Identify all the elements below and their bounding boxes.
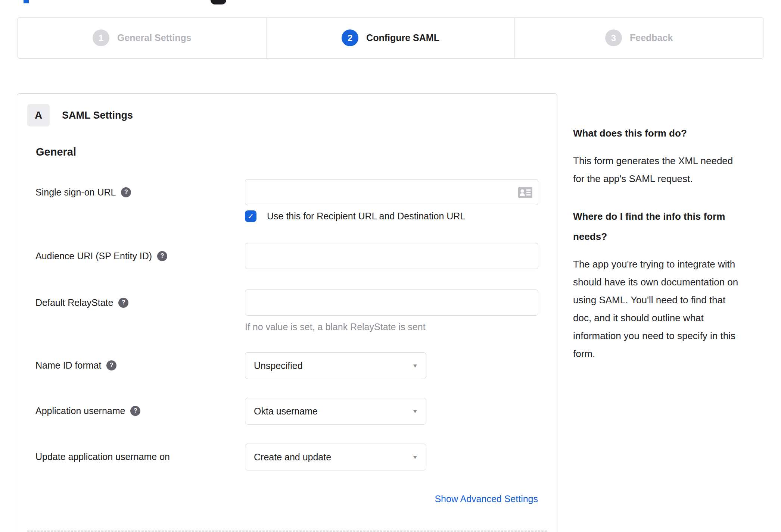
recipient-url-checkbox[interactable]: ✓ [245, 210, 256, 222]
general-heading: General [36, 146, 547, 158]
step-configure-saml[interactable]: 2 Configure SAML [266, 18, 515, 58]
field-row-app-username: Application username ? Okta username ▼ [35, 398, 547, 425]
advanced-settings-row: Show Advanced Settings [35, 494, 547, 504]
field-control-col: ✓ Use this for Recipient URL and Destina… [245, 179, 538, 222]
sidebar-block-what: What does this form do? This form genera… [573, 123, 775, 188]
chevron-down-icon: ▼ [412, 408, 418, 414]
help-icon[interactable]: ? [118, 298, 128, 308]
field-label: Single sign-on URL [35, 187, 116, 198]
field-row-sso-url: Single sign-on URL ? [35, 179, 547, 222]
saml-settings-panel: A SAML Settings General Single sign-on U… [17, 93, 557, 532]
help-icon[interactable]: ? [106, 360, 116, 370]
field-row-update-username: Update application username on Create an… [35, 444, 547, 470]
saml-form: Single sign-on URL ? [35, 179, 547, 504]
select-value: Okta username [254, 406, 318, 417]
step-general-settings[interactable]: 1 General Settings [18, 18, 266, 58]
section-dashed-divider [27, 531, 547, 532]
step-number-badge: 2 [342, 29, 358, 46]
field-label: Default RelayState [35, 297, 113, 308]
select-value: Unspecified [254, 360, 303, 371]
relaystate-helper-text: If no value is set, a blank RelayState i… [245, 322, 538, 332]
audience-uri-input[interactable] [245, 243, 538, 269]
sidebar-block-where: Where do I find the info this form needs… [573, 206, 775, 363]
field-label: Name ID format [35, 360, 101, 371]
wizard-stepper: 1 General Settings 2 Configure SAML 3 Fe… [18, 17, 763, 59]
recipient-url-checkbox-label[interactable]: Use this for Recipient URL and Destinati… [267, 211, 465, 222]
section-header: A SAML Settings [27, 104, 547, 126]
field-label: Application username [35, 406, 125, 416]
app-username-select[interactable]: Okta username ▼ [245, 398, 426, 425]
field-row-nameid-format: Name ID format ? Unspecified ▼ [35, 352, 547, 379]
sidebar-body-text: This form generates the XML needed for t… [573, 152, 775, 188]
field-row-relaystate: Default RelayState ? If no value is set,… [35, 290, 547, 332]
sso-url-input-wrap [245, 179, 538, 205]
sidebar-heading: What does this form do? [573, 123, 775, 144]
field-row-audience-uri: Audience URI (SP Entity ID) ? [35, 243, 547, 269]
sidebar-body-text: The app you're trying to integrate with … [573, 255, 775, 363]
step-number-badge: 3 [605, 29, 622, 46]
help-icon[interactable]: ? [130, 406, 140, 416]
relaystate-input[interactable] [245, 290, 538, 315]
show-advanced-settings-link[interactable]: Show Advanced Settings [435, 494, 538, 504]
help-icon[interactable]: ? [157, 251, 167, 261]
sso-url-input[interactable] [245, 179, 538, 205]
recipient-url-checkbox-row: ✓ Use this for Recipient URL and Destina… [245, 210, 538, 222]
contact-card-icon[interactable] [518, 187, 532, 200]
field-label: Update application username on [35, 451, 170, 462]
step-feedback[interactable]: 3 Feedback [514, 18, 763, 58]
chevron-down-icon: ▼ [412, 363, 418, 369]
field-label-wrap: Default RelayState ? [35, 290, 245, 316]
field-label-wrap: Audience URI (SP Entity ID) ? [35, 243, 245, 269]
step-number-badge: 1 [93, 29, 109, 46]
help-sidebar: What does this form do? This form genera… [573, 93, 775, 532]
help-icon[interactable]: ? [121, 187, 131, 197]
field-label: Audience URI (SP Entity ID) [35, 251, 152, 262]
field-label-wrap: Name ID format ? [35, 352, 245, 378]
relaystate-input-wrap [245, 290, 538, 316]
field-control-col: If no value is set, a blank RelayState i… [245, 290, 538, 332]
field-label-wrap: Application username ? [35, 398, 245, 424]
section-title: SAML Settings [62, 110, 133, 121]
field-label-wrap: Update application username on [35, 444, 245, 470]
section-letter-badge: A [27, 104, 50, 126]
clipped-heading-fragment [211, 0, 226, 4]
step-label: Configure SAML [366, 32, 439, 43]
field-label-wrap: Single sign-on URL ? [35, 179, 245, 205]
field-control-col [245, 243, 538, 269]
select-value: Create and update [254, 452, 331, 463]
sidebar-heading: Where do I find the info this form needs… [573, 206, 775, 247]
clipped-blue-fragment [24, 0, 29, 3]
update-username-select[interactable]: Create and update ▼ [245, 444, 426, 470]
nameid-format-select[interactable]: Unspecified ▼ [245, 352, 426, 379]
chevron-down-icon: ▼ [412, 454, 418, 460]
step-label: Feedback [630, 32, 673, 43]
step-label: General Settings [117, 32, 192, 43]
audience-uri-input-wrap [245, 243, 538, 269]
